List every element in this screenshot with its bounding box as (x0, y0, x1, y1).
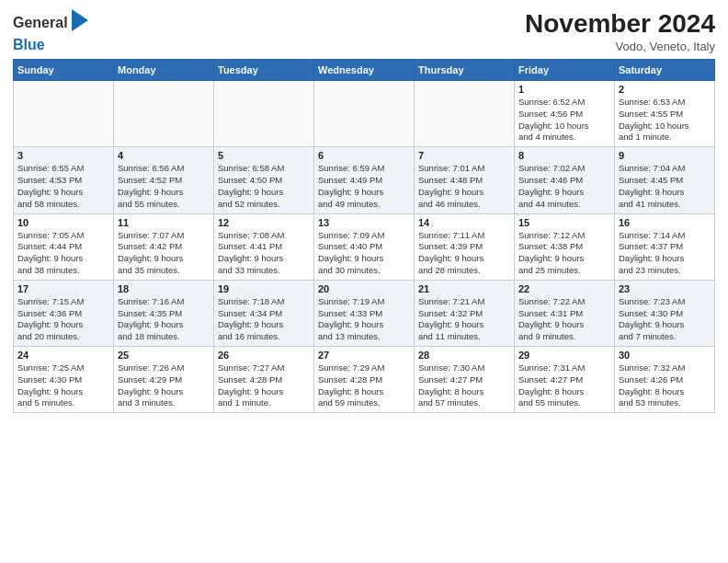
day-info: Sunrise: 7:01 AM Sunset: 4:48 PM Dayligh… (418, 163, 510, 210)
table-row: 12Sunrise: 7:08 AM Sunset: 4:41 PM Dayli… (214, 213, 314, 280)
table-row: 23Sunrise: 7:23 AM Sunset: 4:30 PM Dayli… (615, 280, 715, 346)
day-number: 4 (118, 150, 210, 161)
table-row: 2Sunrise: 6:53 AM Sunset: 4:55 PM Daylig… (615, 81, 715, 147)
month-title: November 2024 (525, 9, 715, 39)
day-info: Sunrise: 7:31 AM Sunset: 4:27 PM Dayligh… (518, 362, 610, 409)
table-row: 4Sunrise: 6:56 AM Sunset: 4:52 PM Daylig… (114, 147, 214, 213)
day-info: Sunrise: 7:02 AM Sunset: 4:46 PM Dayligh… (518, 163, 610, 210)
day-number: 11 (118, 217, 210, 228)
day-number: 18 (118, 283, 210, 294)
col-saturday: Saturday (615, 60, 715, 81)
table-row: 11Sunrise: 7:07 AM Sunset: 4:42 PM Dayli… (114, 213, 214, 280)
day-number: 17 (17, 283, 109, 294)
table-row (314, 81, 415, 147)
day-info: Sunrise: 7:07 AM Sunset: 4:42 PM Dayligh… (118, 230, 210, 277)
table-row: 28Sunrise: 7:30 AM Sunset: 4:27 PM Dayli… (415, 347, 515, 413)
table-row: 26Sunrise: 7:27 AM Sunset: 4:28 PM Dayli… (214, 347, 314, 413)
table-row: 22Sunrise: 7:22 AM Sunset: 4:31 PM Dayli… (515, 280, 615, 346)
day-info: Sunrise: 7:09 AM Sunset: 4:40 PM Dayligh… (318, 230, 410, 277)
day-number: 3 (17, 150, 109, 161)
table-row (214, 81, 314, 147)
day-number: 16 (619, 217, 711, 228)
day-info: Sunrise: 7:22 AM Sunset: 4:31 PM Dayligh… (518, 296, 610, 343)
day-info: Sunrise: 7:08 AM Sunset: 4:41 PM Dayligh… (218, 230, 310, 277)
day-number: 19 (218, 283, 310, 294)
col-sunday: Sunday (14, 60, 114, 81)
day-number: 7 (418, 150, 510, 161)
calendar-week-1: 1Sunrise: 6:52 AM Sunset: 4:56 PM Daylig… (14, 81, 715, 147)
day-number: 27 (318, 350, 410, 361)
day-info: Sunrise: 6:59 AM Sunset: 4:49 PM Dayligh… (318, 163, 410, 210)
day-number: 30 (619, 350, 711, 361)
location: Vodo, Veneto, Italy (525, 40, 715, 53)
table-row: 8Sunrise: 7:02 AM Sunset: 4:46 PM Daylig… (515, 147, 615, 213)
day-number: 6 (318, 150, 410, 161)
col-monday: Monday (114, 60, 214, 81)
col-tuesday: Tuesday (214, 60, 314, 81)
logo-general-text: General (13, 15, 68, 31)
day-number: 9 (619, 150, 711, 161)
day-number: 12 (218, 217, 310, 228)
table-row: 20Sunrise: 7:19 AM Sunset: 4:33 PM Dayli… (314, 280, 415, 346)
table-row: 21Sunrise: 7:21 AM Sunset: 4:32 PM Dayli… (415, 280, 515, 346)
calendar-header-row: Sunday Monday Tuesday Wednesday Thursday… (14, 60, 715, 81)
header: General Blue GeneralBlue November 2024 V… (13, 9, 715, 53)
day-info: Sunrise: 7:19 AM Sunset: 4:33 PM Dayligh… (318, 296, 410, 343)
table-row: 25Sunrise: 7:26 AM Sunset: 4:29 PM Dayli… (114, 347, 214, 413)
logo-block: GeneralBlue (13, 9, 88, 53)
day-info: Sunrise: 6:55 AM Sunset: 4:53 PM Dayligh… (17, 163, 109, 210)
calendar-week-3: 10Sunrise: 7:05 AM Sunset: 4:44 PM Dayli… (14, 213, 715, 280)
day-number: 24 (17, 350, 109, 361)
table-row: 15Sunrise: 7:12 AM Sunset: 4:38 PM Dayli… (515, 213, 615, 280)
day-info: Sunrise: 6:56 AM Sunset: 4:52 PM Dayligh… (118, 163, 210, 210)
day-number: 2 (619, 84, 711, 95)
day-info: Sunrise: 7:15 AM Sunset: 4:36 PM Dayligh… (17, 296, 109, 343)
day-info: Sunrise: 7:16 AM Sunset: 4:35 PM Dayligh… (118, 296, 210, 343)
calendar-table: Sunday Monday Tuesday Wednesday Thursday… (13, 59, 715, 413)
day-number: 15 (518, 217, 610, 228)
day-number: 5 (218, 150, 310, 161)
day-info: Sunrise: 7:21 AM Sunset: 4:32 PM Dayligh… (418, 296, 510, 343)
day-info: Sunrise: 7:05 AM Sunset: 4:44 PM Dayligh… (17, 230, 109, 277)
day-number: 21 (418, 283, 510, 294)
day-info: Sunrise: 7:04 AM Sunset: 4:45 PM Dayligh… (619, 163, 711, 210)
day-info: Sunrise: 7:25 AM Sunset: 4:30 PM Dayligh… (17, 362, 109, 409)
table-row: 29Sunrise: 7:31 AM Sunset: 4:27 PM Dayli… (515, 347, 615, 413)
day-info: Sunrise: 6:53 AM Sunset: 4:55 PM Dayligh… (619, 97, 711, 144)
day-number: 22 (518, 283, 610, 294)
day-info: Sunrise: 6:52 AM Sunset: 4:56 PM Dayligh… (518, 97, 610, 144)
table-row: 30Sunrise: 7:32 AM Sunset: 4:26 PM Dayli… (615, 347, 715, 413)
logo-arrow-icon (72, 9, 88, 31)
table-row: 3Sunrise: 6:55 AM Sunset: 4:53 PM Daylig… (14, 147, 114, 213)
day-number: 23 (619, 283, 711, 294)
col-friday: Friday (515, 60, 615, 81)
table-row: 27Sunrise: 7:29 AM Sunset: 4:28 PM Dayli… (314, 347, 415, 413)
day-info: Sunrise: 7:26 AM Sunset: 4:29 PM Dayligh… (118, 362, 210, 409)
day-info: Sunrise: 7:14 AM Sunset: 4:37 PM Dayligh… (619, 230, 711, 277)
day-number: 1 (518, 84, 610, 95)
day-info: Sunrise: 7:29 AM Sunset: 4:28 PM Dayligh… (318, 362, 410, 409)
table-row: 6Sunrise: 6:59 AM Sunset: 4:49 PM Daylig… (314, 147, 415, 213)
day-info: Sunrise: 7:11 AM Sunset: 4:39 PM Dayligh… (418, 230, 510, 277)
calendar-week-4: 17Sunrise: 7:15 AM Sunset: 4:36 PM Dayli… (14, 280, 715, 346)
day-number: 25 (118, 350, 210, 361)
table-row (415, 81, 515, 147)
day-number: 10 (17, 217, 109, 228)
day-info: Sunrise: 7:27 AM Sunset: 4:28 PM Dayligh… (218, 362, 310, 409)
day-number: 29 (518, 350, 610, 361)
calendar-week-5: 24Sunrise: 7:25 AM Sunset: 4:30 PM Dayli… (14, 347, 715, 413)
day-info: Sunrise: 7:12 AM Sunset: 4:38 PM Dayligh… (518, 230, 610, 277)
day-number: 13 (318, 217, 410, 228)
table-row: 16Sunrise: 7:14 AM Sunset: 4:37 PM Dayli… (615, 213, 715, 280)
table-row: 10Sunrise: 7:05 AM Sunset: 4:44 PM Dayli… (14, 213, 114, 280)
table-row: 5Sunrise: 6:58 AM Sunset: 4:50 PM Daylig… (214, 147, 314, 213)
table-row (114, 81, 214, 147)
table-row: 1Sunrise: 6:52 AM Sunset: 4:56 PM Daylig… (515, 81, 615, 147)
day-info: Sunrise: 7:30 AM Sunset: 4:27 PM Dayligh… (418, 362, 510, 409)
title-block: November 2024 Vodo, Veneto, Italy (525, 9, 715, 53)
logo-blue-text: Blue (13, 37, 45, 53)
table-row: 13Sunrise: 7:09 AM Sunset: 4:40 PM Dayli… (314, 213, 415, 280)
day-info: Sunrise: 7:18 AM Sunset: 4:34 PM Dayligh… (218, 296, 310, 343)
page: General Blue GeneralBlue November 2024 V… (0, 0, 728, 563)
col-wednesday: Wednesday (314, 60, 415, 81)
